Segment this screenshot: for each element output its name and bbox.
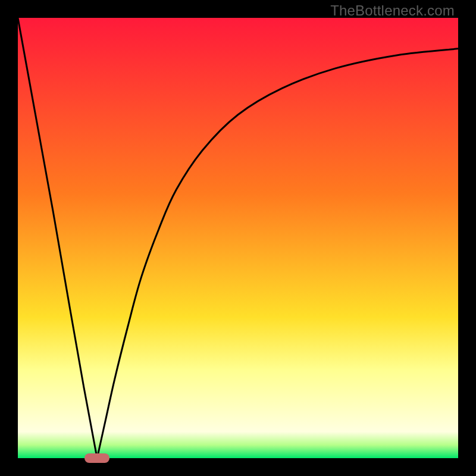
curve-right-branch	[97, 49, 458, 458]
plot-area	[18, 18, 458, 458]
watermark-text: TheBottleneck.com	[330, 2, 455, 19]
curve-layer	[18, 18, 458, 458]
curve-left-branch	[18, 18, 97, 458]
chart-frame: TheBottleneck.com	[0, 0, 476, 476]
minimum-marker	[84, 453, 109, 463]
